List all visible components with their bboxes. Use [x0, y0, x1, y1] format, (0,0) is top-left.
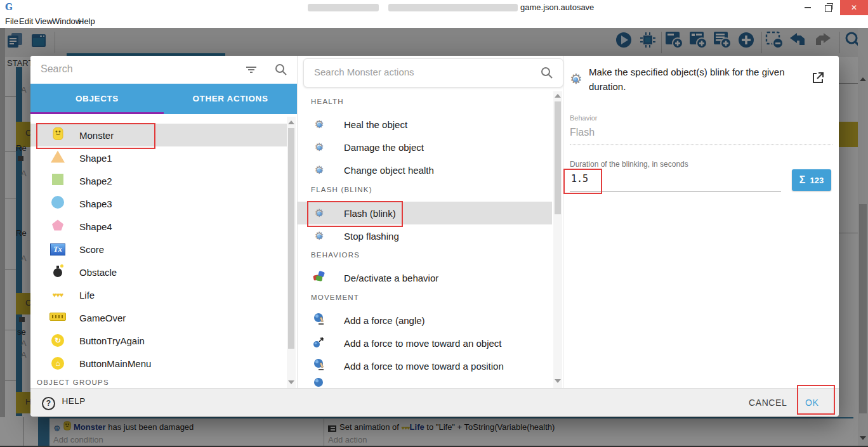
section-header-health: HEALTH — [311, 98, 344, 105]
action-row-force-toward-object[interactable]: Add a force to move toward an object — [297, 332, 552, 354]
scroll-up-icon[interactable] — [288, 120, 294, 124]
action-description: Make the specified object(s) blink for t… — [589, 65, 805, 94]
object-label: Obstacle — [79, 267, 117, 278]
object-row-buttontryagain[interactable]: ↻ ButtonTryAgain — [30, 329, 287, 352]
behavior-field-underline — [570, 144, 832, 145]
action-label: Add a force to move toward an object — [344, 338, 501, 349]
square-icon — [49, 174, 66, 188]
actions-search-input[interactable] — [313, 66, 525, 78]
annotation-box-monster — [36, 123, 155, 149]
section-header-flash: FLASH (BLINK) — [311, 186, 372, 193]
gear-icon: ⚙ — [311, 165, 327, 176]
instruction-editor-dialog: OBJECTS OTHER ACTIONS Monster Shape1 Sha… — [30, 56, 839, 416]
restore-button[interactable] — [819, 0, 838, 15]
behavior-field-label: Behavior — [570, 114, 597, 122]
gear-icon: ⚙ — [311, 119, 327, 130]
action-row-force-toward-position[interactable]: Add a force to move toward a position — [297, 354, 552, 377]
annotation-box-flash — [307, 201, 403, 227]
action-label: Heal the object — [344, 119, 407, 130]
action-row-deactivate-behavior[interactable]: De/activate a behavior — [297, 266, 552, 289]
expression-editor-button[interactable]: Σ 123 — [792, 169, 831, 191]
section-header-behaviors: BEHAVIORS — [311, 251, 360, 259]
object-label: Life — [79, 290, 95, 301]
restore-icon — [825, 5, 832, 12]
filter-icon[interactable] — [245, 63, 258, 79]
menu-bar — [0, 15, 868, 28]
gear-icon: ⚙ — [311, 142, 327, 153]
duration-field-label: Duration of the blinking, in seconds — [570, 160, 688, 169]
triangle-icon — [49, 151, 66, 165]
object-label: Shape4 — [79, 221, 112, 232]
gameover-banner-icon — [49, 312, 66, 323]
object-row-shape2[interactable]: Shape2 — [30, 169, 287, 192]
actions-search-box — [303, 58, 563, 87]
menu-help[interactable]: Help — [78, 16, 95, 26]
cancel-button[interactable]: CANCEL — [745, 397, 791, 408]
object-row-life[interactable]: ♥♥♥ Life — [30, 283, 287, 306]
object-label: Shape1 — [79, 153, 112, 164]
action-row-clipped[interactable] — [297, 377, 552, 388]
object-row-score[interactable]: Tx Score — [30, 238, 287, 261]
behavior-field-value: Flash — [570, 127, 595, 138]
scroll-down-icon[interactable] — [555, 379, 561, 383]
menu-edit[interactable]: Edit — [19, 16, 33, 26]
redacted-title-segment — [388, 4, 518, 11]
tab-objects[interactable]: OBJECTS — [30, 84, 164, 112]
scroll-up-icon[interactable] — [555, 94, 561, 98]
action-row-stop-flashing[interactable]: ⚙ Stop flashing — [297, 224, 552, 247]
active-tab-underline — [30, 112, 164, 114]
scrollbar-thumb[interactable] — [555, 101, 561, 214]
sigma-icon: Σ — [799, 174, 806, 186]
object-label: ButtonTryAgain — [79, 335, 145, 346]
object-row-gameover[interactable]: GameOver — [30, 306, 287, 329]
panel-divider — [563, 56, 564, 388]
object-row-shape1[interactable]: Shape1 — [30, 146, 287, 169]
behavior-icon — [311, 271, 327, 285]
search-icon[interactable] — [274, 63, 288, 79]
object-row-shape3[interactable]: Shape3 — [30, 192, 287, 215]
menu-window[interactable]: Window — [52, 16, 81, 26]
search-icon[interactable] — [540, 66, 554, 82]
tab-other-actions[interactable]: OTHER ACTIONS — [164, 84, 297, 112]
home-button-icon: ⌂ — [49, 357, 66, 370]
close-button[interactable]: ✕ — [840, 0, 868, 15]
scroll-down-icon[interactable] — [288, 380, 294, 384]
action-row-add-force-angle[interactable]: Add a force (angle) — [297, 309, 552, 332]
action-label: Damage the object — [344, 142, 424, 153]
annotation-box-ok — [797, 385, 835, 415]
scrollbar-thumb[interactable] — [288, 128, 294, 349]
menu-view[interactable]: View — [35, 16, 53, 26]
object-row-buttonmainmenu[interactable]: ⌂ ButtonMainMenu — [30, 352, 287, 375]
action-label: Change object health — [344, 165, 434, 176]
gdevelop-logo-icon: G — [5, 2, 13, 12]
action-label: Add a force (angle) — [344, 315, 425, 326]
tab-bar: OBJECTS OTHER ACTIONS — [30, 84, 297, 114]
object-search-box — [30, 56, 297, 84]
text-object-icon: Tx — [49, 243, 66, 256]
bomb-icon — [49, 266, 66, 278]
minimize-button[interactable] — [798, 0, 817, 15]
action-label: Add a force to move toward a position — [344, 361, 504, 372]
object-row-obstacle[interactable]: Obstacle — [30, 261, 287, 283]
action-label: De/activate a behavior — [344, 273, 438, 283]
menu-file[interactable]: File — [5, 16, 18, 26]
action-row-damage[interactable]: ⚙ Damage the object — [297, 136, 552, 159]
action-row-heal[interactable]: ⚙ Heal the object — [297, 113, 552, 136]
expression-button-label: 123 — [810, 176, 824, 185]
object-label: Shape3 — [79, 198, 112, 209]
minimize-icon — [805, 7, 811, 8]
pentagon-icon — [49, 219, 66, 234]
circle-icon — [49, 196, 66, 211]
object-search-input[interactable] — [39, 63, 232, 75]
action-label: Stop flashing — [344, 231, 399, 242]
object-row-shape4[interactable]: Shape4 — [30, 215, 287, 238]
object-label: ButtonMainMenu — [79, 358, 151, 369]
force-icon — [311, 377, 327, 388]
help-button[interactable]: ? HELP — [42, 397, 86, 410]
action-row-change-health[interactable]: ⚙ Change object health — [297, 159, 552, 181]
object-groups-header: OBJECT GROUPS — [37, 379, 109, 386]
help-label: HELP — [62, 396, 85, 406]
dialog-footer: ? HELP CANCEL OK — [30, 388, 839, 417]
redacted-title-segment — [308, 4, 379, 11]
open-external-icon[interactable] — [812, 71, 825, 87]
